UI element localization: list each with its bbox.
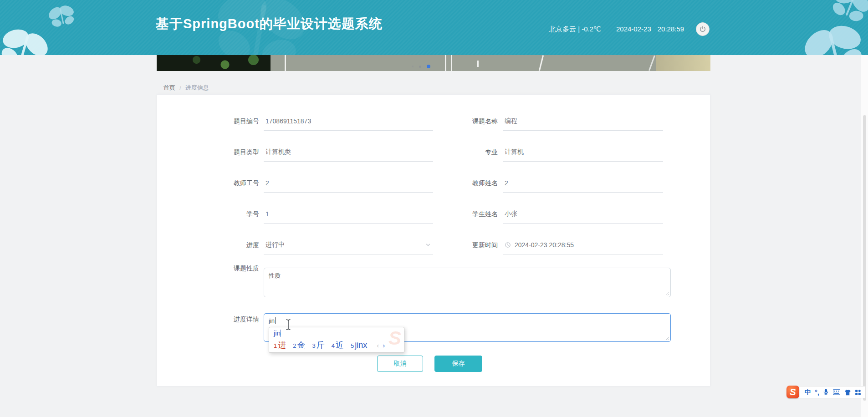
topic-nature-value: 性质 — [269, 272, 281, 279]
ime-prev-page[interactable]: ‹ — [377, 341, 379, 349]
resize-handle[interactable] — [665, 292, 669, 296]
lane-marking — [451, 55, 452, 71]
clock-icon — [505, 242, 511, 248]
text-caret — [275, 317, 276, 324]
ime-composition: jin — [274, 329, 281, 337]
chevron-down-icon — [425, 242, 431, 248]
carousel-dot-2[interactable] — [419, 66, 421, 68]
skin-icon[interactable] — [844, 389, 851, 396]
chinese-mode-icon[interactable]: 中 — [805, 388, 811, 397]
progress-form-card: 题目编号 课题名称 题目类型 专业 教师工号 教师姓名 学号 学生姓名 进度 进… — [157, 94, 710, 386]
toolbox-icon[interactable] — [855, 389, 861, 396]
topic-name-label: 课题名称 — [434, 112, 498, 131]
teacher-id-label: 教师工号 — [195, 173, 259, 193]
resize-handle[interactable] — [665, 336, 669, 341]
carousel-dot-1[interactable] — [412, 66, 414, 67]
topic-type-label: 题目类型 — [195, 142, 259, 162]
progress-label: 进度 — [195, 235, 259, 254]
ime-candidate-window: S jin 1进 2金 3斤 4近 5jinx ‹ › — [269, 327, 404, 353]
ime-candidate-5[interactable]: 5jinx — [351, 341, 367, 350]
student-id-label: 学号 — [195, 204, 259, 224]
student-id-input[interactable] — [264, 204, 433, 224]
teacher-name-input[interactable] — [503, 173, 663, 193]
page-title: 基于SpringBoot的毕业设计选题系统 — [156, 15, 383, 33]
major-label: 专业 — [434, 142, 498, 162]
ime-caret — [281, 330, 281, 337]
ime-toolbar: 中 °, — [797, 386, 866, 398]
topic-name-input[interactable] — [503, 112, 663, 131]
breadcrumb: 首页 / 进度信息 — [163, 84, 209, 92]
power-icon — [699, 25, 706, 33]
topic-nature-textarea[interactable]: 性质 — [264, 268, 671, 297]
student-name-input[interactable] — [503, 204, 663, 224]
lane-marking — [445, 55, 446, 71]
datetime-text: 2024-02-23 20:28:59 — [616, 25, 684, 33]
update-time-value: 2024-02-23 20:28:55 — [515, 241, 661, 249]
teacher-id-input[interactable] — [264, 173, 433, 193]
carousel-pagination — [412, 65, 430, 68]
sogou-logo[interactable]: S — [786, 386, 799, 398]
header-banner: 基于SpringBoot的毕业设计选题系统 北京多云 | -0.2℃ 2024-… — [0, 0, 868, 55]
butterfly-icon — [43, 0, 81, 33]
ime-candidate-1[interactable]: 1进 — [274, 340, 286, 351]
carousel-image-trees — [157, 55, 271, 71]
lane-marking — [648, 56, 655, 71]
ime-paging: ‹ › — [377, 341, 385, 349]
update-time-label: 更新时间 — [434, 235, 498, 254]
date-text: 2024-02-23 — [616, 25, 651, 33]
microphone-icon[interactable] — [823, 389, 829, 396]
breadcrumb-home-link[interactable]: 首页 — [163, 84, 175, 92]
major-input[interactable] — [503, 142, 663, 162]
progress-detail-label: 进度详情 — [195, 315, 259, 324]
carousel-dot-3-active[interactable] — [427, 65, 430, 68]
teacher-name-label: 教师姓名 — [434, 173, 498, 193]
topic-type-input[interactable] — [264, 142, 433, 162]
breadcrumb-separator: / — [179, 85, 181, 92]
progress-detail-composition: jin — [269, 317, 275, 324]
punctuation-icon[interactable]: °, — [815, 389, 819, 396]
topic-id-input[interactable] — [264, 112, 433, 131]
keyboard-icon[interactable] — [833, 389, 840, 395]
ime-next-page[interactable]: › — [383, 341, 385, 349]
student-name-label: 学生姓名 — [434, 204, 498, 224]
save-button[interactable]: 保存 — [434, 356, 482, 372]
logout-power-button[interactable] — [696, 22, 710, 36]
update-time-picker[interactable]: 2024-02-23 20:28:55 — [503, 235, 663, 254]
progress-select[interactable]: 进行中 — [264, 235, 433, 254]
form-actions: 取消 保存 — [157, 356, 710, 372]
topic-id-label: 题目编号 — [195, 112, 259, 131]
topic-nature-label: 课题性质 — [195, 264, 259, 273]
lane-marking — [477, 61, 479, 67]
sogou-watermark: S — [388, 327, 401, 349]
lane-marking — [285, 55, 286, 71]
scrollbar-thumb[interactable] — [863, 115, 866, 401]
breadcrumb-current: 进度信息 — [185, 84, 209, 92]
ime-candidate-4[interactable]: 4近 — [332, 340, 344, 351]
progress-select-value: 进行中 — [266, 241, 425, 249]
ime-candidate-list: 1进 2金 3斤 4近 5jinx ‹ › — [274, 340, 385, 351]
weather-text: 北京多云 | -0.2℃ — [549, 25, 601, 34]
text-cursor-icon — [285, 319, 291, 331]
lane-marking — [539, 55, 544, 71]
ime-candidate-3[interactable]: 3斤 — [312, 340, 324, 351]
cancel-button[interactable]: 取消 — [377, 356, 423, 372]
banner-carousel — [157, 55, 710, 71]
time-text: 20:28:59 — [658, 25, 684, 33]
carousel-image-roadside — [656, 55, 710, 71]
ime-candidate-2[interactable]: 2金 — [293, 340, 305, 351]
